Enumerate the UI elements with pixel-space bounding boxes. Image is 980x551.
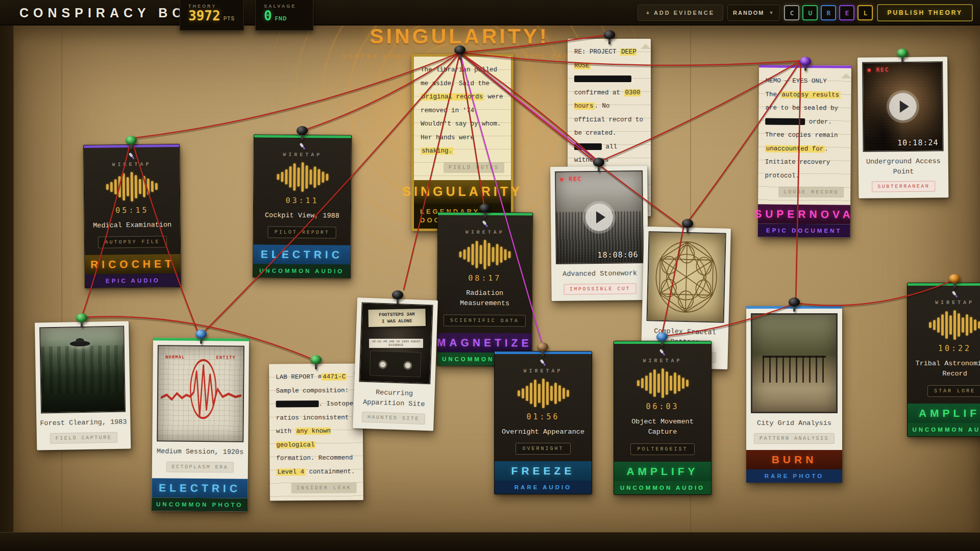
- wiretap-header: WIRETAP: [84, 152, 179, 168]
- rarity-tier-bar: UNCOMMON AUDIO: [908, 423, 980, 436]
- document-text-segment: The: [766, 91, 781, 98]
- cassette-sub-label: 05:02 AM JAN 19 1993 AUDIO EVIDENCE: [369, 339, 423, 348]
- audio-title: Object Movement Capture: [619, 417, 706, 438]
- rarity-name-bar: BURN: [746, 450, 842, 469]
- electric-card[interactable]: WIRETAP03:11Cockpit View, 1988PILOT REPO…: [253, 134, 352, 279]
- fractal-geometry: [648, 232, 725, 322]
- black-pushpin[interactable]: [478, 204, 492, 220]
- black-pushpin[interactable]: [603, 30, 616, 46]
- tag-row: PATTERN ANALYSIS: [746, 433, 842, 444]
- mic-icon: [538, 357, 549, 368]
- play-button[interactable]: [585, 204, 614, 232]
- freeze-card[interactable]: WIRETAP01:56Overnight AppearanceOVERNIGH…: [494, 351, 592, 494]
- publish-theory-button[interactable]: PUBLISH THEORY: [877, 4, 973, 21]
- filter-chip-u[interactable]: U: [802, 5, 818, 20]
- top-bar-actions: + ADD EVIDENCE RANDOM ▼ CUREL PUBLISH TH…: [638, 4, 973, 21]
- photo-caption: Underground Access Point: [862, 156, 945, 177]
- board-frame-left: [0, 24, 14, 551]
- fractal-image: [647, 231, 726, 323]
- wiretap-header: WIRETAP: [495, 359, 592, 374]
- board-frame-bottom: [0, 532, 980, 551]
- tag-row: IMPOSSIBLE CUT: [551, 283, 648, 295]
- paper: The librarian pulled me aside. Said the …: [414, 57, 511, 180]
- rarity-tier-bar: EPIC AUDIO: [85, 273, 181, 288]
- document-text-segment: LAB REPORT #: [276, 373, 322, 381]
- magnetize-card[interactable]: WIRETAP08:17Radiation MeasurementsSCIENT…: [436, 212, 533, 366]
- black-pushpin[interactable]: [788, 297, 801, 314]
- note-line: I WAS ALONE: [370, 318, 424, 325]
- blue-pushpin[interactable]: [194, 330, 208, 346]
- green-pushpin[interactable]: [309, 355, 323, 371]
- black-pushpin[interactable]: [391, 290, 404, 307]
- tribal-card[interactable]: WIRETAP10:22Tribal Astronomical RecordST…: [907, 283, 980, 437]
- audio-duration: 08:17: [437, 273, 532, 283]
- wiretap-label: WIRETAP: [935, 300, 974, 306]
- rarity-tier-bar: EPIC DOCUMENT: [758, 223, 850, 237]
- paper: MEMO — EYES ONLYThe autopsy results are …: [758, 67, 851, 205]
- audio-title: Medical Examination: [90, 220, 175, 231]
- chart-label-normal: NORMAL: [165, 355, 185, 360]
- redaction-block: [574, 143, 602, 150]
- audio-waveform: [495, 378, 592, 409]
- underground-card[interactable]: REC10:18:24Underground Access PointSUBTE…: [857, 57, 948, 198]
- green-pushpin[interactable]: [125, 136, 138, 152]
- labreport-card[interactable]: LAB REPORT #4471-CSample composition: . …: [269, 363, 363, 500]
- purple-pushpin[interactable]: [799, 57, 812, 73]
- redaction-block: [765, 118, 805, 125]
- document-text-segment: RE: PROJECT: [574, 48, 620, 56]
- tree-silhouettes: [41, 345, 125, 394]
- green-pushpin[interactable]: [75, 313, 88, 330]
- evidence-tag: ECTOPLASM ERA: [166, 461, 234, 472]
- orange-pushpin[interactable]: [948, 274, 961, 290]
- play-button[interactable]: [889, 93, 917, 120]
- tag-row: HAUNTED SITE: [353, 411, 434, 425]
- cassette-card[interactable]: FOOTSTEPS 3AMI WAS ALONE05:02 AM JAN 19 …: [353, 297, 438, 431]
- tag-row: ECTOPLASM ERA: [152, 461, 248, 473]
- audio-waveform: [908, 309, 980, 341]
- forest-card[interactable]: Forest Clearing, 1983FIELD CAPTURE: [35, 321, 131, 450]
- gate-bars: [763, 356, 826, 383]
- singularity-card[interactable]: The librarian pulled me aside. Said the …: [411, 54, 513, 231]
- citygrid-card[interactable]: City Grid AnalysisPATTERN ANALYSISBURNRA…: [746, 306, 842, 483]
- highlighted-text: autopsy results: [781, 91, 841, 98]
- evidence-tag: SCIENTIFIC DATA: [444, 314, 526, 327]
- add-evidence-button[interactable]: + ADD EVIDENCE: [638, 5, 723, 21]
- audio-duration: 10:22: [908, 344, 980, 353]
- rarity-tier-bar: RARE AUDIO: [495, 481, 592, 494]
- supernova-card[interactable]: MEMO — EYES ONLYThe autopsy results are …: [758, 65, 851, 237]
- audio-waveform: [84, 170, 180, 203]
- timestamp: 10:18:24: [897, 138, 938, 147]
- evidence-tag: IMPOSSIBLE CUT: [564, 283, 636, 294]
- ricochet-card[interactable]: WIRETAP05:15Medical ExaminationAUTOPSY F…: [83, 144, 181, 288]
- black-pushpin[interactable]: [296, 126, 309, 142]
- mic-icon: [297, 141, 308, 152]
- salvage-unit: FND: [275, 16, 287, 21]
- filter-chip-e[interactable]: E: [839, 5, 854, 20]
- brown-pushpin[interactable]: [536, 342, 549, 359]
- amplify-card[interactable]: WIRETAP06:03Object Movement CapturePOLTE…: [614, 341, 712, 495]
- wiretap-label: WIRETAP: [465, 230, 505, 235]
- filter-chip-c[interactable]: C: [784, 5, 799, 20]
- black-pushpin[interactable]: [592, 158, 605, 174]
- black-pushpin[interactable]: [681, 219, 694, 235]
- evidence-tag: FIELD NOTES: [444, 162, 504, 173]
- photo-caption: Medium Session, 1920s: [155, 446, 245, 457]
- blue-pushpin[interactable]: [655, 332, 669, 348]
- green-pushpin[interactable]: [896, 48, 909, 65]
- tag-row: LODGE RECORD: [765, 182, 844, 203]
- rarity-name-bar: RICOCHET: [85, 254, 180, 274]
- filter-chip-r[interactable]: R: [821, 5, 836, 20]
- stonework-card[interactable]: REC18:08:06Advanced StoneworkIMPOSSIBLE …: [550, 166, 649, 301]
- filter-chip-l[interactable]: L: [857, 5, 873, 20]
- black-pushpin[interactable]: [453, 45, 467, 62]
- audio-duration: 06:03: [614, 402, 711, 411]
- evidence-tag: SUBTERRANEAN: [872, 181, 935, 192]
- photo-caption: Forest Clearing, 1983: [39, 417, 127, 429]
- sort-dropdown[interactable]: RANDOM ▼: [727, 5, 780, 21]
- evidence-tag: POLTERGEIST: [630, 443, 694, 455]
- medium-card[interactable]: NORMALENTITYMedium Session, 1920sECTOPLA…: [152, 338, 249, 511]
- rarity-name-bar: MAGNETIZE: [437, 333, 532, 353]
- stonework-image: REC18:08:06: [555, 170, 644, 264]
- evidence-tag: PILOT REPORT: [268, 227, 336, 239]
- evidence-tag: INSIDER LEAK: [291, 482, 357, 493]
